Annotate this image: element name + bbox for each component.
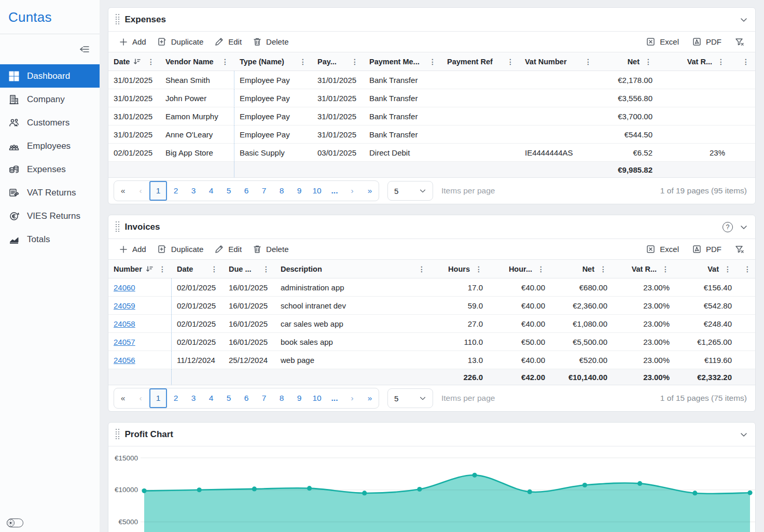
drag-handle-icon[interactable]	[116, 14, 120, 25]
pdf-export-button[interactable]: PDF	[687, 34, 727, 49]
app-logo[interactable]: Cuntas	[0, 0, 100, 34]
delete-button[interactable]: Delete	[247, 34, 294, 49]
next-page-button[interactable]: ›	[343, 181, 361, 201]
add-button[interactable]: Add	[114, 242, 152, 257]
invoice-link[interactable]: 24058	[114, 319, 135, 328]
column-header-hourly-rate[interactable]: Hour...⋮	[488, 260, 550, 278]
page-button-8[interactable]: 8	[273, 181, 290, 201]
column-menu-icon[interactable]: ⋮	[157, 264, 168, 274]
column-header-net[interactable]: Net⋮	[598, 52, 658, 71]
clear-filter-icon[interactable]	[729, 34, 750, 49]
column-header-net[interactable]: Net⋮	[550, 260, 613, 278]
excel-export-button[interactable]: Excel	[641, 242, 685, 257]
invoice-link[interactable]: 24060	[114, 283, 135, 292]
column-menu-icon[interactable]: ⋮	[660, 264, 671, 274]
column-menu-icon[interactable]: ⋮	[261, 264, 271, 274]
column-menu-icon[interactable]: ⋮	[583, 57, 593, 66]
delete-button[interactable]: Delete	[247, 242, 294, 257]
column-header-vendor[interactable]: Vendor Name⋮	[160, 52, 234, 71]
column-header-hours[interactable]: Hours⋮	[431, 260, 488, 278]
column-header-due[interactable]: Due ...⋮	[224, 260, 275, 278]
edit-button[interactable]: Edit	[209, 34, 247, 49]
column-header-vat-rate[interactable]: Vat R...⋮	[613, 260, 675, 278]
prev-page-button[interactable]: ‹	[132, 388, 149, 408]
column-menu-icon[interactable]: ⋮	[209, 264, 219, 274]
column-menu-icon[interactable]: ⋮	[427, 57, 438, 66]
page-size-select[interactable]: 5	[387, 388, 433, 408]
page-button-1[interactable]: 1	[149, 181, 167, 201]
sidebar-item-expenses[interactable]: Expenses	[0, 158, 100, 181]
drag-handle-icon[interactable]	[116, 429, 120, 440]
sidebar-item-company[interactable]: Company	[0, 88, 100, 111]
prev-page-button[interactable]: ‹	[132, 181, 149, 201]
column-menu-icon[interactable]: ⋮	[643, 57, 654, 66]
column-header-payment-ref[interactable]: Payment Ref⋮	[442, 52, 520, 71]
layout-grid-icon[interactable]	[706, 222, 716, 232]
layout-grid-icon[interactable]	[724, 15, 733, 24]
chevron-down-icon[interactable]	[740, 430, 748, 439]
page-button-1[interactable]: 1	[149, 388, 167, 408]
clear-filter-icon[interactable]	[729, 242, 750, 257]
page-button-3[interactable]: 3	[185, 181, 202, 201]
page-button-7[interactable]: 7	[255, 388, 273, 408]
excel-export-button[interactable]: Excel	[641, 34, 685, 49]
more-pages-button[interactable]: ...	[326, 181, 343, 201]
column-menu-icon[interactable]: ⋮	[536, 264, 546, 274]
first-page-button[interactable]: «	[114, 181, 132, 201]
help-icon[interactable]: ?	[723, 222, 733, 232]
column-header-vat-number[interactable]: Vat Number⋮	[520, 52, 598, 71]
column-header-vat-rate[interactable]: Vat R...⋮	[658, 52, 730, 71]
column-header-date[interactable]: Date ⋮	[108, 52, 160, 71]
column-menu-icon[interactable]: ⋮	[416, 264, 427, 274]
pdf-export-button[interactable]: PDF	[687, 242, 727, 257]
page-button-9[interactable]: 9	[290, 181, 308, 201]
column-menu-icon[interactable]: ⋮	[220, 57, 230, 66]
column-header-number[interactable]: Number ⋮	[108, 260, 172, 278]
page-button-4[interactable]: 4	[202, 388, 220, 408]
duplicate-button[interactable]: Duplicate	[152, 34, 210, 49]
chevron-down-icon[interactable]	[740, 16, 748, 24]
invoice-link[interactable]: 24059	[114, 301, 135, 310]
page-button-7[interactable]: 7	[255, 181, 273, 201]
more-pages-button[interactable]: ...	[326, 388, 343, 408]
page-button-6[interactable]: 6	[238, 181, 255, 201]
invoice-link[interactable]: 24057	[114, 338, 135, 346]
column-header-type[interactable]: Type (Name)⋮	[234, 52, 312, 71]
column-menu-icon[interactable]: ⋮	[742, 264, 753, 274]
page-button-3[interactable]: 3	[185, 388, 202, 408]
add-button[interactable]: Add	[114, 34, 152, 49]
column-header-pay-date[interactable]: Pay...⋮	[312, 52, 364, 71]
chevron-down-icon[interactable]	[740, 223, 748, 231]
edit-button[interactable]: Edit	[209, 242, 247, 257]
column-header-vat[interactable]: Vat⋮	[675, 260, 737, 278]
column-menu-icon[interactable]: ⋮	[716, 57, 726, 66]
last-page-button[interactable]: »	[361, 388, 379, 408]
page-button-10[interactable]: 10	[308, 181, 326, 201]
drag-handle-icon[interactable]	[116, 221, 120, 232]
column-header-description[interactable]: Description⋮	[275, 260, 431, 278]
last-page-button[interactable]: »	[361, 181, 379, 201]
page-button-5[interactable]: 5	[220, 388, 238, 408]
column-menu-icon[interactable]: ⋮	[146, 57, 156, 66]
column-header-filler[interactable]: ⋮	[737, 260, 756, 278]
page-button-8[interactable]: 8	[273, 388, 290, 408]
column-menu-icon[interactable]: ⋮	[350, 57, 360, 66]
sidebar-item-totals[interactable]: Totals	[0, 228, 100, 251]
sidebar-item-dashboard[interactable]: Dashboard	[0, 64, 100, 88]
sidebar-item-employees[interactable]: Employees	[0, 134, 100, 158]
column-menu-icon[interactable]: ⋮	[505, 57, 516, 66]
layout-grid-icon[interactable]	[724, 430, 733, 439]
page-size-select[interactable]: 5	[387, 181, 433, 201]
invoice-link[interactable]: 24056	[114, 356, 135, 365]
page-button-10[interactable]: 10	[308, 388, 326, 408]
page-button-4[interactable]: 4	[202, 181, 220, 201]
sidebar-collapse-icon[interactable]	[78, 43, 91, 56]
duplicate-button[interactable]: Duplicate	[152, 242, 210, 257]
column-header-filler[interactable]: ⋮	[730, 52, 755, 71]
theme-toggle[interactable]	[7, 519, 23, 527]
page-button-2[interactable]: 2	[167, 181, 185, 201]
column-header-payment-method[interactable]: Payment Me...⋮	[364, 52, 442, 71]
page-button-5[interactable]: 5	[220, 181, 238, 201]
sidebar-item-customers[interactable]: Customers	[0, 111, 100, 134]
sidebar-item-vies-returns[interactable]: VIES Returns	[0, 204, 100, 228]
